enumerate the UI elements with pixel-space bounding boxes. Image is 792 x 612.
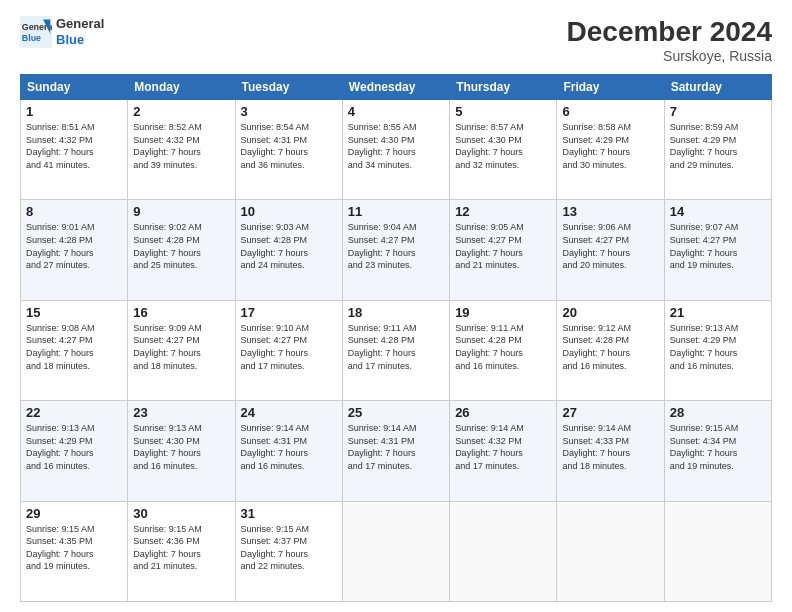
day-header-saturday: Saturday: [664, 75, 771, 100]
calendar-page: General Blue General Blue December 2024 …: [0, 0, 792, 612]
cell-details: Sunrise: 8:51 AMSunset: 4:32 PMDaylight:…: [26, 121, 122, 171]
day-number: 28: [670, 405, 766, 420]
calendar-cell: 3Sunrise: 8:54 AMSunset: 4:31 PMDaylight…: [235, 100, 342, 200]
cell-details: Sunrise: 9:09 AMSunset: 4:27 PMDaylight:…: [133, 322, 229, 372]
calendar-cell: 26Sunrise: 9:14 AMSunset: 4:32 PMDayligh…: [450, 401, 557, 501]
day-number: 29: [26, 506, 122, 521]
calendar-cell: 1Sunrise: 8:51 AMSunset: 4:32 PMDaylight…: [21, 100, 128, 200]
day-number: 12: [455, 204, 551, 219]
cell-details: Sunrise: 9:15 AMSunset: 4:35 PMDaylight:…: [26, 523, 122, 573]
calendar-cell: 4Sunrise: 8:55 AMSunset: 4:30 PMDaylight…: [342, 100, 449, 200]
calendar-cell: 14Sunrise: 9:07 AMSunset: 4:27 PMDayligh…: [664, 200, 771, 300]
calendar-cell: 31Sunrise: 9:15 AMSunset: 4:37 PMDayligh…: [235, 501, 342, 601]
calendar-cell: 25Sunrise: 9:14 AMSunset: 4:31 PMDayligh…: [342, 401, 449, 501]
calendar-cell: 20Sunrise: 9:12 AMSunset: 4:28 PMDayligh…: [557, 300, 664, 400]
day-number: 31: [241, 506, 337, 521]
day-header-friday: Friday: [557, 75, 664, 100]
cell-details: Sunrise: 9:05 AMSunset: 4:27 PMDaylight:…: [455, 221, 551, 271]
calendar-cell: 29Sunrise: 9:15 AMSunset: 4:35 PMDayligh…: [21, 501, 128, 601]
calendar-cell: 17Sunrise: 9:10 AMSunset: 4:27 PMDayligh…: [235, 300, 342, 400]
calendar-cell: 23Sunrise: 9:13 AMSunset: 4:30 PMDayligh…: [128, 401, 235, 501]
cell-details: Sunrise: 9:07 AMSunset: 4:27 PMDaylight:…: [670, 221, 766, 271]
day-number: 26: [455, 405, 551, 420]
cell-details: Sunrise: 9:15 AMSunset: 4:34 PMDaylight:…: [670, 422, 766, 472]
cell-details: Sunrise: 9:15 AMSunset: 4:37 PMDaylight:…: [241, 523, 337, 573]
day-header-tuesday: Tuesday: [235, 75, 342, 100]
calendar-cell: 18Sunrise: 9:11 AMSunset: 4:28 PMDayligh…: [342, 300, 449, 400]
day-number: 4: [348, 104, 444, 119]
day-number: 19: [455, 305, 551, 320]
day-number: 21: [670, 305, 766, 320]
calendar-cell: 11Sunrise: 9:04 AMSunset: 4:27 PMDayligh…: [342, 200, 449, 300]
cell-details: Sunrise: 9:14 AMSunset: 4:31 PMDaylight:…: [348, 422, 444, 472]
calendar-cell: [342, 501, 449, 601]
calendar-week-row: 1Sunrise: 8:51 AMSunset: 4:32 PMDaylight…: [21, 100, 772, 200]
cell-details: Sunrise: 8:59 AMSunset: 4:29 PMDaylight:…: [670, 121, 766, 171]
day-number: 5: [455, 104, 551, 119]
logo-text-block: General Blue: [56, 16, 104, 47]
logo-line2: Blue: [56, 32, 104, 48]
cell-details: Sunrise: 9:14 AMSunset: 4:32 PMDaylight:…: [455, 422, 551, 472]
day-number: 30: [133, 506, 229, 521]
calendar-cell: [557, 501, 664, 601]
calendar-cell: [450, 501, 557, 601]
calendar-week-row: 8Sunrise: 9:01 AMSunset: 4:28 PMDaylight…: [21, 200, 772, 300]
title-block: December 2024 Surskoye, Russia: [567, 16, 772, 64]
day-header-thursday: Thursday: [450, 75, 557, 100]
day-number: 14: [670, 204, 766, 219]
cell-details: Sunrise: 9:10 AMSunset: 4:27 PMDaylight:…: [241, 322, 337, 372]
logo-icon: General Blue: [20, 16, 52, 48]
cell-details: Sunrise: 9:11 AMSunset: 4:28 PMDaylight:…: [455, 322, 551, 372]
day-number: 9: [133, 204, 229, 219]
calendar-cell: 24Sunrise: 9:14 AMSunset: 4:31 PMDayligh…: [235, 401, 342, 501]
location: Surskoye, Russia: [567, 48, 772, 64]
cell-details: Sunrise: 8:58 AMSunset: 4:29 PMDaylight:…: [562, 121, 658, 171]
cell-details: Sunrise: 9:08 AMSunset: 4:27 PMDaylight:…: [26, 322, 122, 372]
calendar-cell: 8Sunrise: 9:01 AMSunset: 4:28 PMDaylight…: [21, 200, 128, 300]
logo-line1: General: [56, 16, 104, 32]
calendar-cell: 12Sunrise: 9:05 AMSunset: 4:27 PMDayligh…: [450, 200, 557, 300]
day-number: 25: [348, 405, 444, 420]
calendar-cell: 10Sunrise: 9:03 AMSunset: 4:28 PMDayligh…: [235, 200, 342, 300]
day-number: 11: [348, 204, 444, 219]
day-number: 22: [26, 405, 122, 420]
day-number: 23: [133, 405, 229, 420]
day-number: 13: [562, 204, 658, 219]
day-number: 27: [562, 405, 658, 420]
day-number: 6: [562, 104, 658, 119]
cell-details: Sunrise: 8:52 AMSunset: 4:32 PMDaylight:…: [133, 121, 229, 171]
cell-details: Sunrise: 9:06 AMSunset: 4:27 PMDaylight:…: [562, 221, 658, 271]
calendar-cell: 9Sunrise: 9:02 AMSunset: 4:28 PMDaylight…: [128, 200, 235, 300]
cell-details: Sunrise: 8:57 AMSunset: 4:30 PMDaylight:…: [455, 121, 551, 171]
calendar-cell: 21Sunrise: 9:13 AMSunset: 4:29 PMDayligh…: [664, 300, 771, 400]
cell-details: Sunrise: 9:01 AMSunset: 4:28 PMDaylight:…: [26, 221, 122, 271]
day-number: 16: [133, 305, 229, 320]
cell-details: Sunrise: 9:13 AMSunset: 4:29 PMDaylight:…: [26, 422, 122, 472]
cell-details: Sunrise: 9:14 AMSunset: 4:33 PMDaylight:…: [562, 422, 658, 472]
day-number: 17: [241, 305, 337, 320]
day-number: 1: [26, 104, 122, 119]
day-number: 8: [26, 204, 122, 219]
day-header-monday: Monday: [128, 75, 235, 100]
day-number: 10: [241, 204, 337, 219]
cell-details: Sunrise: 9:04 AMSunset: 4:27 PMDaylight:…: [348, 221, 444, 271]
calendar-cell: 16Sunrise: 9:09 AMSunset: 4:27 PMDayligh…: [128, 300, 235, 400]
day-number: 2: [133, 104, 229, 119]
calendar-header-row: SundayMondayTuesdayWednesdayThursdayFrid…: [21, 75, 772, 100]
calendar-cell: 5Sunrise: 8:57 AMSunset: 4:30 PMDaylight…: [450, 100, 557, 200]
cell-details: Sunrise: 9:11 AMSunset: 4:28 PMDaylight:…: [348, 322, 444, 372]
cell-details: Sunrise: 9:13 AMSunset: 4:30 PMDaylight:…: [133, 422, 229, 472]
day-number: 20: [562, 305, 658, 320]
calendar-cell: 19Sunrise: 9:11 AMSunset: 4:28 PMDayligh…: [450, 300, 557, 400]
cell-details: Sunrise: 8:54 AMSunset: 4:31 PMDaylight:…: [241, 121, 337, 171]
cell-details: Sunrise: 9:14 AMSunset: 4:31 PMDaylight:…: [241, 422, 337, 472]
calendar-cell: 15Sunrise: 9:08 AMSunset: 4:27 PMDayligh…: [21, 300, 128, 400]
month-year: December 2024: [567, 16, 772, 48]
cell-details: Sunrise: 9:12 AMSunset: 4:28 PMDaylight:…: [562, 322, 658, 372]
calendar-cell: [664, 501, 771, 601]
day-number: 24: [241, 405, 337, 420]
calendar-week-row: 15Sunrise: 9:08 AMSunset: 4:27 PMDayligh…: [21, 300, 772, 400]
cell-details: Sunrise: 8:55 AMSunset: 4:30 PMDaylight:…: [348, 121, 444, 171]
cell-details: Sunrise: 9:02 AMSunset: 4:28 PMDaylight:…: [133, 221, 229, 271]
day-header-sunday: Sunday: [21, 75, 128, 100]
